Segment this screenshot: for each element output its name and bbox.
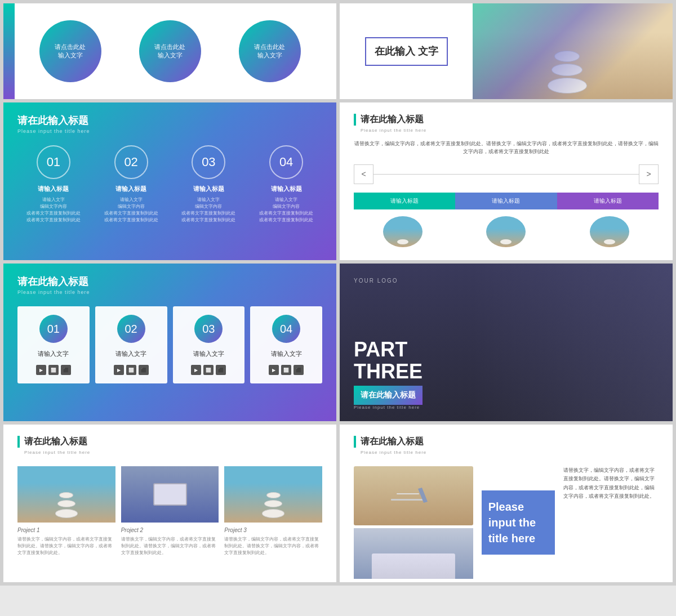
box-num-3: 03 xyxy=(194,315,223,343)
box-item-2: 02 请输入文字 ▶ ⬜ ⬛ xyxy=(95,306,167,383)
slide4-title: 请在此输入标题 xyxy=(354,114,659,126)
box-icon-k: ⬜ xyxy=(281,365,291,375)
laptop-scene xyxy=(121,466,219,523)
project-images: Project 1 请替换文字，编辑文字内容，或者将文字直接复制到此处。请替换文… xyxy=(17,466,322,556)
project-img-3 xyxy=(224,466,322,523)
num-label-3: 请输入标题 xyxy=(193,185,224,193)
box-icon-j: ▶ xyxy=(269,365,279,375)
nav-next-button[interactable]: > xyxy=(639,164,659,184)
nav-line xyxy=(373,174,639,175)
svg-rect-1 xyxy=(397,493,419,494)
box-icons-1: ▶ ⬜ ⬛ xyxy=(36,365,71,375)
box-icon-g: ▶ xyxy=(191,365,201,375)
stone-medium-2 xyxy=(264,500,282,507)
num-item-1: 01 请输入标题 请输入文字编辑文字内容或者将文字直接复制到此处或者将文字直接复… xyxy=(17,145,90,224)
slide8-subtitle: Please input the title here xyxy=(354,450,659,455)
box-items: 01 请输入文字 ▶ ⬜ ⬛ 02 请输入文字 ▶ ⬜ ⬛ xyxy=(17,306,322,383)
part-three-main: PARTTHREE 请在此输入标题 Please input the title… xyxy=(354,338,659,410)
nav-arrows: < > xyxy=(354,164,659,184)
nav-image-3 xyxy=(590,216,629,247)
please-input-layout: Pleaseinput thetitle here 请替换文字，编辑文字内容，或… xyxy=(354,466,659,579)
nav-tab-2-label: 请输入标题 xyxy=(492,198,520,204)
slide4-subtitle: Please input the title here xyxy=(354,128,659,133)
num-label-1: 请输入标题 xyxy=(38,185,69,193)
stones-text-box[interactable]: 在此输入 文字 xyxy=(365,37,448,66)
part-three-content: YOUR LOGO PARTTHREE 请在此输入标题 Please input… xyxy=(340,264,673,421)
box-icons-4: ▶ ⬜ ⬛ xyxy=(269,365,304,375)
slide-circles: 请点击此处输入文字 请点击此处输入文字 请点击此处输入文字 xyxy=(3,3,336,99)
num-circle-4: 04 xyxy=(269,145,303,179)
num-item-3: 03 请输入标题 请输入文字编辑文字内容或者将文字直接复制到此处或者将文字直接复… xyxy=(173,145,245,224)
stone-small-2 xyxy=(266,492,281,498)
num-desc-4: 请输入文字编辑文字内容或者将文字直接复制到此处或者将文字直接复制到此处 xyxy=(259,197,313,224)
nav-tabs: 请输入标题 请输入标题 请输入标题 xyxy=(354,193,659,209)
laptop-image xyxy=(354,528,473,579)
box-icon-a: ▶ xyxy=(36,365,46,375)
box-item-1: 01 请输入文字 ▶ ⬜ ⬛ xyxy=(17,306,90,383)
project-desc-2: 请替换文字，编辑文字内容，或者将文字直接复制到此处。请替换文字，编辑文字内容，或… xyxy=(121,536,219,556)
slide-boxes-gradient: 请在此输入标题 Please input the title here 01 请… xyxy=(3,264,336,421)
box-icon-i: ⬛ xyxy=(216,365,226,375)
nav-tab-3-label: 请输入标题 xyxy=(594,198,622,204)
project-desc-1: 请替换文字，编辑文字内容，或者将文字直接复制到此处。请替换文字，编辑文字内容，或… xyxy=(17,536,115,556)
please-input-text-box[interactable]: Pleaseinput thetitle here xyxy=(482,490,555,555)
part-three-subtitle: 请在此输入标题 xyxy=(354,386,422,405)
box-icon-e: ⬜ xyxy=(126,365,136,375)
stone-medium xyxy=(57,500,75,507)
numbered-items: 01 请输入标题 请输入文字编辑文字内容或者将文字直接复制到此处或者将文字直接复… xyxy=(17,145,322,224)
writing-hands-image xyxy=(354,466,473,525)
stone-large xyxy=(55,509,78,518)
circle-item-2[interactable]: 请点击此处输入文字 xyxy=(139,20,201,82)
slide-projects: 请在此输入标题 Please input the title here Proj… xyxy=(3,425,336,582)
beach-image-1 xyxy=(383,216,422,247)
svg-rect-0 xyxy=(391,499,425,501)
slide5-subtitle: Please input the title here xyxy=(17,289,322,295)
stones-label: 在此输入 文字 xyxy=(375,46,438,57)
mini-stone-1 xyxy=(397,239,408,244)
nav-tab-2[interactable]: 请输入标题 xyxy=(455,193,557,209)
your-logo: YOUR LOGO xyxy=(354,275,659,285)
mini-stone-3 xyxy=(604,239,615,244)
slide-please-input: 请在此输入标题 Please input the title here Plea xyxy=(340,425,673,582)
box-num-2: 02 xyxy=(117,315,145,343)
num-circle-1: 01 xyxy=(37,145,70,179)
num-label-4: 请输入标题 xyxy=(271,185,302,193)
box-label-3: 请输入文字 xyxy=(193,350,224,358)
laptop-icon xyxy=(153,483,187,506)
slide3-subtitle: Please input the title here xyxy=(17,128,322,134)
project-label-3: Project 3 xyxy=(224,527,322,533)
num-item-4: 04 请输入标题 请输入文字编辑文字内容或者将文字直接复制到此处或者将文字直接复… xyxy=(250,145,322,224)
box-num-4: 04 xyxy=(272,315,300,343)
please-input-right: 请替换文字，编辑文字内容，或者将文字直接复制到此处。请替换文字，编辑文字内容，或… xyxy=(563,466,659,501)
circle-item-3[interactable]: 请点击此处输入文字 xyxy=(239,20,301,82)
box-icons-3: ▶ ⬜ ⬛ xyxy=(191,365,226,375)
project-img-2 xyxy=(121,466,219,523)
gradient-overlay xyxy=(473,3,673,99)
circle-text-1: 请点击此处输入文字 xyxy=(55,43,86,60)
circle-text-2: 请点击此处输入文字 xyxy=(154,43,185,60)
circle-item-1[interactable]: 请点击此处输入文字 xyxy=(39,20,101,82)
nav-prev-button[interactable]: < xyxy=(354,164,373,184)
project-item-1: Project 1 请替换文字，编辑文字内容，或者将文字直接复制到此处。请替换文… xyxy=(17,466,115,556)
num-desc-1: 请输入文字编辑文字内容或者将文字直接复制到此处或者将文字直接复制到此处 xyxy=(26,197,81,224)
nav-image-2 xyxy=(486,216,526,247)
nav-images-row xyxy=(354,216,659,247)
slide3-content: 请在此输入标题 Please input the title here 01 请… xyxy=(17,114,322,224)
stone-large-2 xyxy=(262,509,284,518)
project-label-2: Project 2 xyxy=(121,527,219,533)
nav-tab-3[interactable]: 请输入标题 xyxy=(557,193,659,209)
box-icon-c: ⬛ xyxy=(61,365,71,375)
slide3-title: 请在此输入标题 xyxy=(17,114,322,127)
nav-tab-1[interactable]: 请输入标题 xyxy=(354,193,455,209)
slide-nav-images: 请在此输入标题 Please input the title here 请替换文… xyxy=(340,102,673,260)
project-desc-3: 请替换文字，编辑文字内容，或者将文字直接复制到此处。请替换文字，编辑文字内容，或… xyxy=(224,536,322,556)
slide-numbered-gradient: 请在此输入标题 Please input the title here 01 请… xyxy=(3,102,336,260)
box-item-4: 04 请输入文字 ▶ ⬜ ⬛ xyxy=(250,306,322,383)
num-label-2: 请输入标题 xyxy=(115,185,146,193)
box-label-1: 请输入文字 xyxy=(38,350,69,358)
decorative-bar xyxy=(3,3,6,99)
box-icon-b: ⬜ xyxy=(48,365,59,375)
stones-text-area: 在此输入 文字 xyxy=(340,3,473,99)
please-input-description: 请替换文字，编辑文字内容，或者将文字直接复制到此处。请替换文字，编辑文字内容，或… xyxy=(563,466,659,501)
num-circle-3: 03 xyxy=(192,145,225,179)
